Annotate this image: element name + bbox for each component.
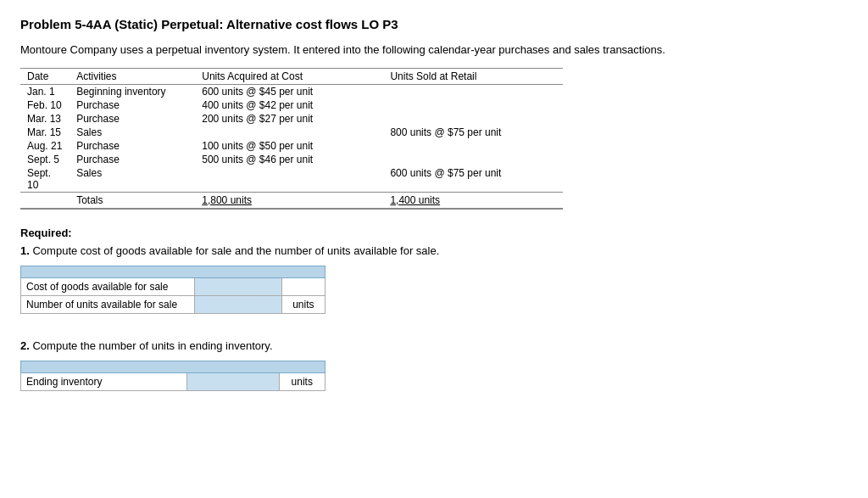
answer1-units bbox=[281, 278, 325, 296]
row-date: Jan. 1 bbox=[20, 85, 70, 99]
row-activity: Sales bbox=[70, 166, 195, 193]
row-sold bbox=[383, 98, 563, 112]
table-row: Jan. 1 Beginning inventory 600 units @ $… bbox=[20, 85, 563, 99]
col-header-activities: Activities bbox=[70, 69, 195, 85]
table-row: Aug. 21 Purchase 100 units @ $50 per uni… bbox=[20, 139, 563, 153]
answer1-label: Number of units available for sale bbox=[21, 296, 195, 314]
answer2-row: Ending inventory units bbox=[21, 373, 326, 391]
answer1-input[interactable] bbox=[195, 278, 282, 296]
totals-sold: 1,400 units bbox=[383, 193, 563, 210]
col-header-sold: Units Sold at Retail bbox=[383, 69, 563, 85]
row-date: Feb. 10 bbox=[20, 98, 70, 112]
intro-text: Montoure Company uses a perpetual invent… bbox=[20, 43, 848, 56]
answer-table-1: Cost of goods available for sale Number … bbox=[20, 266, 326, 314]
col-header-date: Date bbox=[20, 69, 70, 85]
row-acquired bbox=[195, 166, 383, 193]
table-row: Sept. 5 Purchase 500 units @ $46 per uni… bbox=[20, 153, 563, 166]
row-acquired bbox=[195, 126, 383, 139]
row-date: Mar. 15 bbox=[20, 126, 70, 139]
row-date: Mar. 13 bbox=[20, 112, 70, 126]
answer1-input[interactable] bbox=[195, 296, 282, 314]
row-sold: 800 units @ $75 per unit bbox=[383, 126, 563, 139]
row-activity: Purchase bbox=[70, 139, 195, 153]
answer1-units: units bbox=[281, 296, 325, 314]
page-title: Problem 5-4AA (Static) Perpetual: Altern… bbox=[20, 17, 848, 31]
row-date: Sept. 10 bbox=[20, 166, 70, 193]
row-acquired: 600 units @ $45 per unit bbox=[195, 85, 383, 99]
row-activity: Beginning inventory bbox=[70, 85, 195, 99]
totals-label: Totals bbox=[70, 193, 195, 210]
answer2-label: Ending inventory bbox=[21, 373, 187, 391]
row-acquired: 100 units @ $50 per unit bbox=[195, 139, 383, 153]
row-activity: Purchase bbox=[70, 112, 195, 126]
row-date: Aug. 21 bbox=[20, 139, 70, 153]
answer1-header bbox=[21, 266, 326, 278]
totals-acquired: 1,800 units bbox=[195, 193, 383, 210]
table-row: Feb. 10 Purchase 400 units @ $42 per uni… bbox=[20, 98, 563, 112]
row-sold bbox=[383, 112, 563, 126]
row-activity: Sales bbox=[70, 126, 195, 139]
table-row: Sept. 10 Sales 600 units @ $75 per unit bbox=[20, 166, 563, 193]
answer1-row: Number of units available for sale units bbox=[21, 296, 326, 314]
row-acquired: 400 units @ $42 per unit bbox=[195, 98, 383, 112]
row-sold bbox=[383, 139, 563, 153]
required-label: Required: bbox=[20, 227, 848, 239]
answer2-header bbox=[21, 361, 326, 373]
answer2-input[interactable] bbox=[186, 373, 279, 391]
table-row: Mar. 15 Sales 800 units @ $75 per unit bbox=[20, 126, 563, 139]
inventory-table: Date Activities Units Acquired at Cost U… bbox=[20, 68, 563, 210]
answer2-units: units bbox=[279, 373, 325, 391]
row-acquired: 200 units @ $27 per unit bbox=[195, 112, 383, 126]
row-date: Sept. 5 bbox=[20, 153, 70, 166]
totals-row: Totals 1,800 units 1,400 units bbox=[20, 193, 563, 210]
row-sold: 600 units @ $75 per unit bbox=[383, 166, 563, 193]
answer-table-2: Ending inventory units bbox=[20, 361, 326, 391]
row-sold bbox=[383, 85, 563, 99]
row-activity: Purchase bbox=[70, 98, 195, 112]
table-row: Mar. 13 Purchase 200 units @ $27 per uni… bbox=[20, 112, 563, 126]
answer1-label: Cost of goods available for sale bbox=[21, 278, 195, 296]
question2-text: 2. Compute the number of units in ending… bbox=[20, 339, 848, 352]
row-acquired: 500 units @ $46 per unit bbox=[195, 153, 383, 166]
answer1-row: Cost of goods available for sale bbox=[21, 278, 326, 296]
row-activity: Purchase bbox=[70, 153, 195, 166]
question1-text: 1. Compute cost of goods available for s… bbox=[20, 244, 848, 257]
col-header-acquired: Units Acquired at Cost bbox=[195, 69, 383, 85]
row-sold bbox=[383, 153, 563, 166]
